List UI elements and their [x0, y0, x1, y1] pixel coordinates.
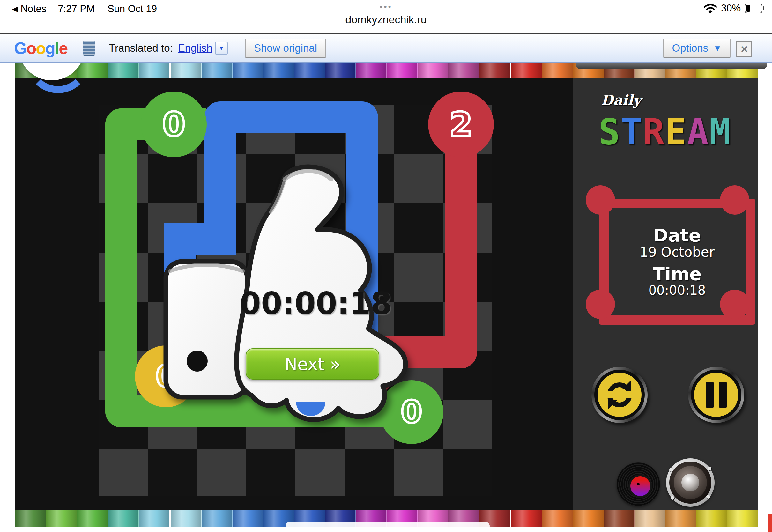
close-translate-bar-button[interactable]: ✕ — [736, 41, 752, 57]
screenshot-page: ◀ Notes 7:27 PM Sun Oct 19 ••• domkyznec… — [0, 0, 772, 532]
vinyl-record-icon — [628, 474, 652, 498]
pencil-stripe — [448, 62, 479, 78]
pencil-stripe — [418, 62, 449, 78]
pencil-stripe — [573, 510, 604, 527]
pencil-stripe — [108, 510, 139, 527]
chevron-down-icon: ▼ — [713, 43, 722, 53]
pencil-stripe — [202, 510, 233, 527]
pencil-stripe — [510, 510, 542, 527]
translated-page-icon — [83, 41, 95, 56]
pencil-stripe — [139, 510, 170, 527]
frame-corner-dot — [586, 185, 615, 215]
pencil-stripe — [294, 62, 325, 78]
pencil-stripe — [77, 510, 108, 527]
vertical-scrollbar[interactable] — [768, 514, 772, 532]
brand-script-label: Daily — [601, 92, 641, 108]
pencil-stripe — [233, 510, 264, 527]
battery-percent-label: 30% — [721, 3, 741, 14]
next-level-button[interactable]: Next » — [246, 348, 379, 380]
tab-overflow-dots[interactable]: ••• — [0, 2, 772, 12]
pencil-stripe — [542, 62, 573, 78]
sound-toggle-button[interactable] — [666, 458, 715, 507]
brand-logo: STREAM — [598, 111, 731, 152]
pencil-stripe — [387, 62, 418, 78]
pencil-stripe — [696, 510, 727, 527]
pencil-stripe — [604, 510, 635, 527]
pause-button[interactable] — [688, 367, 744, 423]
date-label: Date — [653, 226, 701, 245]
date-value: 19 October — [640, 245, 715, 260]
pencil-stripe — [479, 62, 510, 78]
restart-button[interactable] — [591, 367, 648, 423]
show-original-button[interactable]: Show original — [245, 39, 326, 58]
google-translate-bar: Google Translated to: English ▼ Show ori… — [0, 33, 772, 63]
refresh-arrows-icon — [607, 382, 632, 407]
pencil-stripe — [169, 510, 202, 527]
pencil-stripe — [202, 62, 233, 78]
wifi-icon — [704, 3, 717, 13]
pencil-stripe — [325, 62, 356, 78]
translated-to-label: Translated to: — [109, 42, 173, 54]
pencil-stripe — [15, 510, 46, 527]
pencil-stripe — [108, 62, 139, 78]
fist-shape — [166, 262, 247, 397]
pencil-stripe — [635, 510, 665, 527]
fist-dot — [187, 351, 208, 372]
battery-icon — [745, 4, 762, 13]
time-label: Time — [653, 265, 702, 284]
pencil-stripe — [542, 510, 573, 527]
close-icon: ✕ — [740, 44, 748, 55]
green-path-left-leg — [105, 108, 137, 427]
pencil-stripe — [727, 510, 758, 527]
music-toggle-button[interactable] — [617, 462, 660, 506]
pencil-stripe — [169, 62, 202, 78]
battery-fill — [746, 5, 750, 12]
pencil-stripe — [263, 62, 294, 78]
pencil-stripe — [356, 62, 387, 78]
chevron-down-icon: ▼ — [219, 45, 224, 52]
pencil-stripe — [233, 62, 264, 78]
pencil-stripe — [46, 510, 77, 527]
completion-timer: 00:00:18 — [233, 286, 399, 321]
language-link[interactable]: English — [178, 42, 212, 54]
pause-bars-icon — [706, 382, 727, 408]
horizontal-scrollbar[interactable] — [286, 522, 490, 530]
frame-corner-dot — [720, 185, 749, 215]
pencil-stripe — [139, 62, 170, 78]
google-logo: Google — [14, 39, 67, 58]
address-url[interactable]: domkyznechik.ru — [0, 13, 772, 26]
red-endpoint-top[interactable]: 2 — [428, 92, 494, 157]
time-value: 00:00:18 — [649, 283, 706, 297]
pencil-stripe — [665, 510, 696, 527]
frame-corner-dot — [586, 290, 615, 319]
ios-status-bar: ◀ Notes 7:27 PM Sun Oct 19 ••• domkyznec… — [0, 0, 772, 33]
red-path-vertical — [445, 124, 477, 368]
language-dropdown-button[interactable]: ▼ — [215, 42, 228, 55]
frame-corner-dot — [720, 290, 749, 319]
pencil-stripe — [510, 62, 542, 78]
green-endpoint-top[interactable]: 0 — [141, 92, 207, 157]
options-button[interactable]: Options ▼ — [663, 39, 731, 58]
